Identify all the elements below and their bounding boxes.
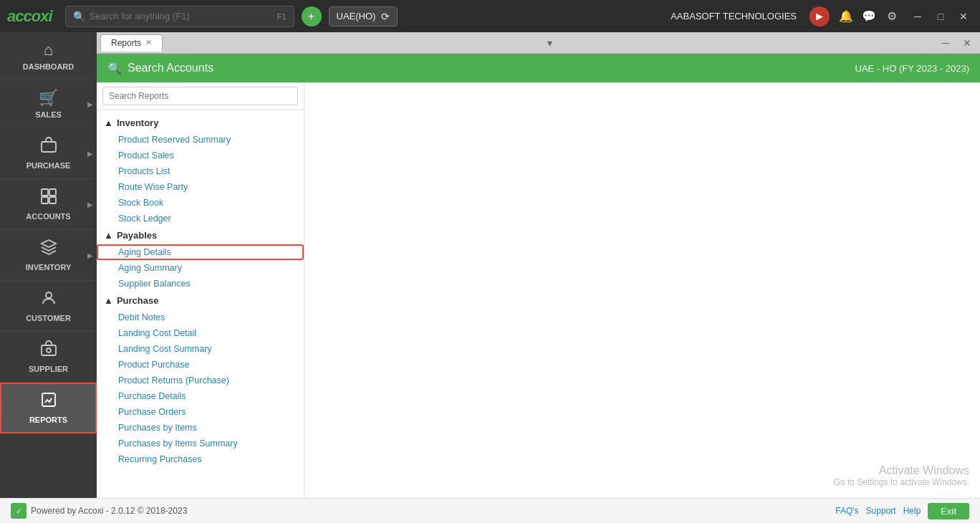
refresh-icon: ⟳ — [381, 11, 390, 22]
payables-collapse-icon: ▲ — [104, 230, 113, 241]
tree-item-purchases-by-items-summary[interactable]: Purchases by Items Summary — [97, 436, 304, 451]
svg-rect-1 — [42, 189, 48, 196]
sidebar-label-reports: REPORTS — [29, 416, 67, 424]
tree-item-purchases-by-items[interactable]: Purchases by Items — [97, 420, 304, 436]
tab-more-button[interactable]: ▾ — [544, 37, 556, 49]
topbar-icons: 🔔 💬 ⚙ — [837, 7, 901, 26]
sidebar-item-reports[interactable]: REPORTS — [0, 383, 97, 433]
svg-rect-2 — [49, 189, 56, 196]
exit-button[interactable]: Exit — [928, 503, 969, 519]
svg-rect-0 — [42, 142, 56, 152]
sidebar-label-dashboard: DASHBOARD — [23, 62, 75, 71]
sidebar-item-accounts[interactable]: ACCOUNTS ▶ — [0, 179, 97, 230]
tree-item-debit-notes[interactable]: Debit Notes — [97, 310, 304, 325]
tab-reports[interactable]: Reports ✕ — [100, 34, 163, 52]
sales-arrow: ▶ — [87, 100, 93, 108]
header-left: 🔍 Search Accounts — [107, 62, 213, 75]
sidebar-label-inventory: INVENTORY — [26, 263, 72, 272]
close-button[interactable]: ✕ — [954, 7, 973, 26]
tab-reports-label: Reports — [111, 38, 141, 48]
powered-by-text: Powered by Accoxi - 2.0.12 © 2018-2023 — [31, 506, 187, 516]
customer-icon — [40, 289, 57, 311]
global-search-bar[interactable]: 🔍 F1 — [65, 6, 294, 27]
tree-category-payables[interactable]: ▲ Payables — [97, 226, 304, 244]
header-title: Search Accounts — [128, 62, 213, 75]
sales-icon: 🛒 — [39, 89, 58, 107]
tree-item-recurring-purchases[interactable]: Recurring Purchases — [97, 451, 304, 467]
minimize-button[interactable]: ─ — [908, 7, 927, 26]
sidebar-label-purchase: PURCHASE — [27, 161, 71, 170]
svg-rect-8 — [42, 393, 55, 406]
add-button[interactable]: + — [302, 6, 322, 27]
inventory-icon — [40, 239, 57, 260]
maximize-button[interactable]: □ — [931, 7, 950, 26]
panel-minimize-button[interactable]: ─ — [936, 34, 955, 52]
tree-item-products-list[interactable]: Products List — [97, 163, 304, 179]
sidebar-item-customer[interactable]: CUSTOMER — [0, 281, 97, 332]
reports-tree: ▲ Inventory Product Reserved Summary Pro… — [97, 110, 304, 498]
tree-item-product-returns-purchase[interactable]: Product Returns (Purchase) — [97, 373, 304, 388]
tree-item-aging-summary[interactable]: Aging Summary — [97, 260, 304, 276]
bottom-bar: ✓ Powered by Accoxi - 2.0.12 © 2018-2023… — [0, 498, 980, 523]
svg-point-5 — [46, 292, 52, 298]
accounts-icon — [40, 188, 57, 209]
sidebar-label-sales: SALES — [35, 110, 62, 119]
tree-item-purchase-details[interactable]: Purchase Details — [97, 388, 304, 404]
branch-label: UAE(HO) — [337, 11, 376, 21]
branch-selector[interactable]: UAE(HO) ⟳ — [329, 6, 398, 27]
sidebar-item-inventory[interactable]: INVENTORY ▶ — [0, 230, 97, 281]
inventory-category-label: Inventory — [117, 117, 159, 128]
tree-item-product-sales[interactable]: Product Sales — [97, 148, 304, 163]
tree-item-product-purchase[interactable]: Product Purchase — [97, 357, 304, 373]
tree-item-landing-cost-summary[interactable]: Landing Cost Summary — [97, 341, 304, 357]
bell-icon[interactable]: 🔔 — [837, 7, 855, 26]
tree-category-inventory[interactable]: ▲ Inventory — [97, 114, 304, 132]
purchase-collapse-icon: ▲ — [104, 295, 113, 306]
avatar: ▶ — [810, 6, 830, 27]
sidebar-item-purchase[interactable]: PURCHASE ▶ — [0, 128, 97, 179]
tree-item-stock-ledger[interactable]: Stock Ledger — [97, 211, 304, 226]
tab-close-icon[interactable]: ✕ — [145, 38, 152, 47]
tree-category-purchase[interactable]: ▲ Purchase — [97, 292, 304, 310]
search-icon: 🔍 — [73, 11, 85, 22]
reports-right-panel: Activate Windows Go to Settings to activ… — [304, 82, 980, 498]
settings-icon[interactable]: ⚙ — [883, 7, 901, 26]
topbar: accoxi 🔍 F1 + UAE(HO) ⟳ AABASOFT TECHNOL… — [0, 0, 980, 32]
tree-item-product-reserved-summary[interactable]: Product Reserved Summary — [97, 132, 304, 148]
sidebar-item-dashboard[interactable]: ⌂ DASHBOARD — [0, 32, 97, 80]
tree-item-purchase-orders[interactable]: Purchase Orders — [97, 404, 304, 420]
plus-icon: + — [308, 10, 314, 23]
reports-container: ▲ Inventory Product Reserved Summary Pro… — [97, 82, 980, 498]
help-link[interactable]: Help — [903, 506, 921, 516]
sidebar-item-supplier[interactable]: SUPPLIER — [0, 332, 97, 383]
global-search-input[interactable] — [90, 11, 273, 21]
panel-close-button[interactable]: ✕ — [958, 34, 976, 52]
purchase-category-label: Purchase — [117, 295, 159, 306]
window-controls: ─ □ ✕ — [908, 7, 973, 26]
tree-item-aging-details[interactable]: Aging Details — [97, 244, 304, 260]
sidebar-item-sales[interactable]: 🛒 SALES ▶ — [0, 80, 97, 128]
activate-windows-subtitle: Go to Settings to activate Windows. — [834, 477, 969, 487]
tree-item-route-wise-party[interactable]: Route Wise Party — [97, 179, 304, 195]
purchase-arrow: ▶ — [87, 150, 93, 158]
sidebar: ⌂ DASHBOARD 🛒 SALES ▶ PURCHASE ▶ — [0, 32, 97, 498]
dashboard-icon: ⌂ — [44, 41, 53, 59]
inventory-collapse-icon: ▲ — [104, 117, 113, 128]
logo: accoxi — [7, 7, 52, 26]
tree-item-stock-book[interactable]: Stock Book — [97, 195, 304, 211]
activate-windows-title: Activate Windows — [834, 464, 969, 477]
sidebar-label-customer: CUSTOMER — [26, 314, 71, 322]
search-reports-input[interactable] — [102, 87, 298, 105]
svg-rect-3 — [42, 197, 48, 203]
chat-icon[interactable]: 💬 — [860, 7, 878, 26]
svg-point-7 — [47, 348, 51, 352]
inventory-arrow: ▶ — [87, 251, 93, 259]
header-subtitle: UAE - HO (FY 2023 - 2023) — [855, 63, 969, 74]
support-link[interactable]: Support — [866, 506, 896, 516]
svg-rect-4 — [49, 197, 56, 203]
faq-link[interactable]: FAQ's — [835, 506, 858, 516]
tree-item-supplier-balances[interactable]: Supplier Balances — [97, 276, 304, 292]
green-header: 🔍 Search Accounts UAE - HO (FY 2023 - 20… — [97, 54, 980, 82]
tree-item-landing-cost-detail[interactable]: Landing Cost Detail — [97, 325, 304, 341]
company-name: AABASOFT TECHNOLOGIES — [671, 11, 797, 21]
